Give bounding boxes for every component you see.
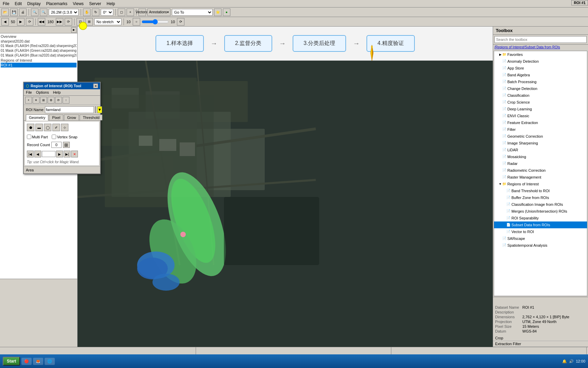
toolbar-pan[interactable]: ✋ — [83, 9, 91, 16]
menu-server[interactable]: Server — [89, 1, 101, 6]
roi-vertexsnap-checkbox[interactable] — [52, 135, 56, 139]
toolbar-zoom-in[interactable]: 🔍 — [40, 9, 47, 16]
roi-vertexsnap-label[interactable]: Vertex Snap — [52, 135, 77, 139]
tree-filter[interactable]: 📄 Filter — [494, 126, 587, 133]
geo-tool-ellipse[interactable]: ◯ — [44, 124, 51, 131]
toolbar-annotations[interactable]: Annotations▾ — [147, 9, 170, 16]
toolbar-btn-3[interactable]: 🖨 — [19, 9, 27, 16]
tree-deep-learning[interactable]: 📄 Deep Learning — [494, 106, 587, 112]
tree-roi-subset[interactable]: 📄 Subset Data from ROIs — [494, 221, 587, 228]
toolbox-search-input[interactable] — [494, 36, 587, 43]
roi-multipart-checkbox[interactable] — [27, 135, 31, 139]
tree-mosaicking[interactable]: 📄 Mosaicking — [494, 153, 587, 160]
roi-tool-add[interactable]: + — [25, 97, 32, 104]
roi-tool-settings[interactable]: ⚙ — [48, 97, 54, 104]
roi-tab-grow[interactable]: Grow — [64, 114, 79, 120]
toolbar-btn-2[interactable]: 💾 — [10, 9, 18, 16]
geo-tool-rect[interactable]: ▬ — [35, 124, 43, 131]
toolbar2-opacity[interactable]: ○ — [133, 18, 140, 26]
tree-roi-vector[interactable]: 📄 Vector to ROI — [494, 228, 587, 235]
tree-radar[interactable]: 📄 Radar — [494, 160, 587, 167]
tree-sarscape[interactable]: 📄 SARscape — [494, 235, 587, 242]
menu-edit[interactable]: Edit — [15, 1, 22, 6]
roi-tab-threshold[interactable]: Threshold — [80, 114, 102, 120]
zoom-dropdown[interactable]: 26.2M (1:3.8 — [49, 9, 79, 16]
menu-views[interactable]: Views — [73, 1, 84, 6]
toolbar-rotate[interactable]: ↻ — [92, 9, 99, 16]
taskbar-item-2[interactable]: 🦊 — [33, 358, 43, 365]
roi-nav-prev[interactable]: ◀ — [34, 151, 41, 157]
menu-display[interactable]: Display — [27, 1, 40, 6]
roi-tab-geometry[interactable]: Geometry — [26, 114, 48, 121]
toolbar-btn-point[interactable]: + — [127, 9, 134, 16]
tree-radiometric[interactable]: 📄 Radiometric Correction — [494, 167, 587, 174]
roi-tab-pixel[interactable]: Pixel — [49, 114, 63, 120]
roi-nav-page[interactable] — [42, 151, 55, 157]
menu-help[interactable]: Help — [107, 1, 115, 6]
toolbox-breadcrumb[interactable]: /Regions of Interest/Subset Data from RO… — [493, 45, 588, 50]
roi-menu-file[interactable]: File — [25, 90, 33, 95]
stretch-dropdown[interactable]: No stretch — [94, 18, 121, 25]
tree-roi-folder[interactable]: ▼ 📁 Regions of Interest — [494, 181, 587, 187]
tree-batch[interactable]: 📄 Batch Processing — [494, 78, 587, 85]
menu-placemarks[interactable]: Placemarks — [46, 1, 67, 6]
tree-roi-separability[interactable]: 📄 ROI Separability — [494, 215, 587, 221]
toolbar-green-circle[interactable]: ● — [223, 9, 230, 16]
toolbar2-btn5[interactable]: ▶▶ — [56, 18, 63, 26]
tree-spatiotemporal[interactable]: 📄 Spatiotemporal Analysis — [494, 242, 587, 249]
workflow-step2[interactable]: 2.监督分类 — [224, 35, 272, 52]
toolbar2-btn4[interactable]: ◀◀ — [38, 18, 45, 26]
toolbar2-btn7[interactable]: ⟳ — [177, 18, 184, 26]
toolbar2-btn6[interactable]: ⟳ — [65, 18, 72, 26]
tree-roi-merges[interactable]: 📄 Merges (Union/Intersection) ROIs — [494, 208, 587, 215]
tree-image-sharpening[interactable]: 📄 Image Sharpening — [494, 140, 587, 147]
tree-crop-science[interactable]: 📄 Crop Science — [494, 99, 587, 106]
tree-anomaly[interactable]: 📄 Anomaly Detection — [494, 58, 587, 65]
roi-record-expand[interactable]: ⊞ — [63, 142, 70, 148]
roi-menu-help[interactable]: Help — [52, 90, 62, 95]
log-roi1[interactable]: ROI #1 — [1, 63, 77, 67]
roi-tool-copy[interactable]: ⊞ — [40, 97, 47, 104]
tree-roi-band-threshold[interactable]: 📄 Band Threshold to ROI — [494, 187, 587, 194]
tree-favorites[interactable]: ▶ 📁 Favorites — [494, 51, 587, 58]
toolbar-btn-1[interactable]: 📂 — [1, 9, 9, 16]
toolbar2-btn1[interactable]: ◀ — [1, 18, 9, 26]
toolbar2-btn2[interactable]: ▶ — [17, 18, 24, 26]
tree-envi-classic[interactable]: 📄 ENVI Classic — [494, 112, 587, 119]
roi-name-input[interactable] — [45, 106, 94, 113]
toolbar2-btn3[interactable]: ⟳ — [26, 18, 33, 26]
roi-tool-refresh[interactable]: ⟳ — [55, 97, 62, 104]
goto-dropdown[interactable]: Go To — [172, 9, 213, 16]
angle-dropdown[interactable]: 0° — [101, 9, 113, 16]
opacity-slider[interactable] — [142, 19, 169, 25]
map-area[interactable] — [78, 61, 493, 347]
roi-close-button[interactable]: ✕ — [93, 83, 98, 88]
roi-nav-first[interactable]: |◀ — [27, 151, 34, 157]
tree-band-algebra[interactable]: 📄 Band Algebra — [494, 72, 587, 78]
toolbar-zoom-out[interactable]: 🔍 — [31, 9, 38, 16]
workflow-step1[interactable]: 1.样本选择 — [156, 35, 203, 52]
tree-classification[interactable]: 📄 Classification — [494, 92, 587, 99]
left-panel-toggle[interactable]: ▶ — [71, 27, 77, 33]
roi-nav-last[interactable]: ▶| — [64, 151, 70, 157]
tree-feature-extraction[interactable]: 📄 Feature Extraction — [494, 119, 587, 126]
tree-change-detection[interactable]: 📄 Change Detection — [494, 85, 587, 92]
roi-dropdown-arrow[interactable]: ▼ — [97, 106, 102, 113]
geo-tool-freehand[interactable]: ✐ — [52, 124, 60, 131]
geo-tool-select[interactable]: ⊹ — [61, 124, 68, 131]
workflow-step3[interactable]: 3.分类后处理 — [293, 35, 346, 52]
roi-nav-delete[interactable]: ✕ — [71, 151, 78, 157]
roi-color-button[interactable] — [95, 106, 96, 113]
toolbar-bookmark[interactable]: ⭐ — [214, 9, 222, 16]
taskbar-item-3[interactable]: 🌐 — [45, 358, 55, 365]
tree-roi-classimg[interactable]: 📄 Classification Image from ROIs — [494, 201, 587, 208]
geo-tool-polygon[interactable]: ⬟ — [27, 124, 34, 131]
tree-roi-buffer[interactable]: 📄 Buffer Zone from ROIs — [494, 194, 587, 201]
roi-nav-next[interactable]: ▶ — [56, 151, 63, 157]
start-button[interactable]: Start — [3, 357, 20, 366]
tree-raster-mgmt[interactable]: 📄 Raster Management — [494, 174, 587, 181]
roi-multipart-label[interactable]: Multi Part — [27, 135, 48, 139]
menu-file[interactable]: File — [3, 1, 9, 6]
tree-geometric[interactable]: 📄 Geometric Correction — [494, 133, 587, 140]
tree-appstore[interactable]: 📄 App Store — [494, 65, 587, 72]
